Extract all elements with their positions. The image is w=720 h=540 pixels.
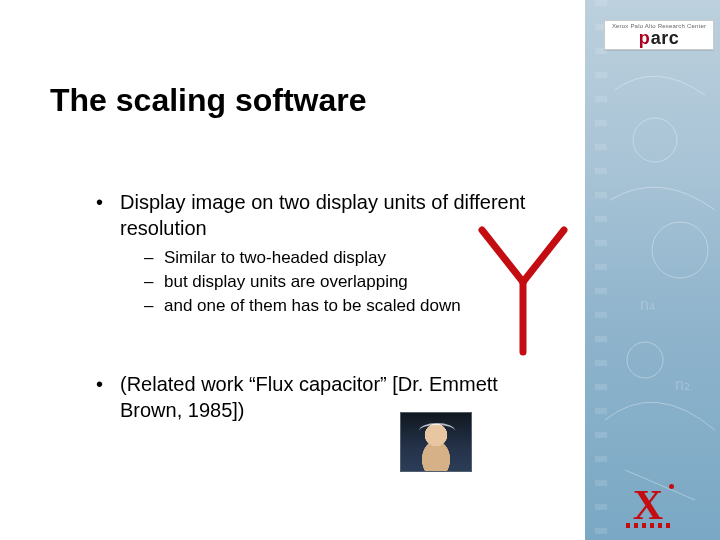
x-glyph: X [633,484,663,526]
xerox-x-logo: X [624,482,672,526]
x-dot-icon [669,484,674,489]
svg-point-2 [627,342,663,378]
slide-title: The scaling software [50,82,367,119]
svg-text:n₂: n₂ [675,376,690,393]
background-band: n₄ n₂ Xerox Palo Alto Research Center pa… [585,0,720,540]
y-shape-icon [468,220,578,360]
svg-point-1 [652,222,708,278]
svg-line-6 [523,230,564,282]
slide: n₄ n₂ Xerox Palo Alto Research Center pa… [0,0,720,540]
parc-p: p [639,29,650,47]
svg-text:n₄: n₄ [640,296,655,313]
svg-point-0 [633,118,677,162]
bullet-2: (Related work “Flux capacitor” [Dr. Emme… [96,372,556,423]
x-stripe-icon [626,523,670,528]
person-photo [400,412,472,472]
parc-wordmark: parc [639,29,680,47]
background-scribbles: n₄ n₂ [585,0,720,540]
parc-logo: Xerox Palo Alto Research Center parc [604,20,714,50]
bullet-1-text: Display image on two display units of di… [120,191,525,239]
svg-line-5 [482,230,523,282]
parc-arc: arc [651,29,680,47]
